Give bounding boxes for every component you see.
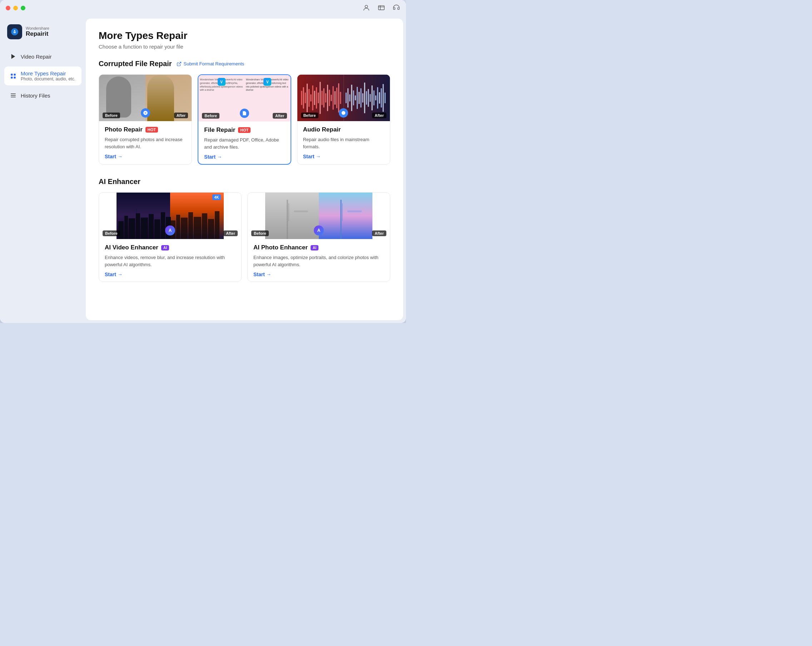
sidebar: Wondershare Repairit Video Repair [0, 16, 86, 323]
audio-repair-center-icon [339, 108, 348, 117]
svg-rect-85 [342, 203, 343, 221]
history-icon [9, 91, 17, 99]
svg-rect-50 [373, 90, 374, 105]
photo-repair-content: Photo Repair HOT Repair corrupted photos… [99, 121, 192, 164]
ai-photo-after-label: After [372, 230, 386, 236]
sidebar-item-history-files[interactable]: History Files [4, 88, 81, 103]
logo-wondershare: Wondershare [26, 26, 49, 30]
svg-rect-3 [11, 74, 12, 75]
photo-repair-card[interactable]: Before After Photo Repair HOT Repair cor… [99, 74, 192, 165]
file-after-label: After [273, 113, 287, 119]
ai-photo-enhancer-card[interactable]: A Before After AI Photo Enhancer AI Enha… [247, 192, 390, 282]
svg-rect-14 [304, 93, 305, 103]
audio-repair-start[interactable]: Start → [303, 154, 384, 159]
svg-rect-4 [14, 74, 16, 75]
main-content: More Types Repair Choose a function to r… [86, 18, 403, 320]
account-icon[interactable] [362, 4, 370, 12]
ai-photo-badge: AI [311, 245, 319, 250]
svg-rect-27 [329, 90, 330, 106]
svg-rect-15 [307, 84, 308, 112]
svg-rect-45 [364, 82, 365, 113]
svg-rect-25 [325, 93, 326, 102]
photo-repair-title: Photo Repair [105, 126, 143, 133]
traffic-lights [6, 6, 25, 11]
svg-rect-38 [351, 85, 352, 111]
ai-photo-start[interactable]: Start → [253, 271, 384, 277]
ai-video-badge: AI [161, 245, 169, 250]
svg-rect-43 [360, 88, 361, 108]
svg-rect-48 [369, 94, 371, 102]
svg-point-0 [365, 5, 368, 8]
file-repair-desc: Repair damaged PDF, Office, Adobe and ar… [204, 137, 284, 151]
sidebar-item-more-types-repair[interactable]: More Types Repair Photo, document, audio… [4, 67, 81, 85]
logo-icon [7, 24, 22, 39]
file-repair-card[interactable]: Wondershare Virbo is a powerful AI video… [198, 74, 291, 165]
chat-icon[interactable] [377, 4, 385, 12]
svg-line-10 [179, 62, 181, 64]
submit-format-link[interactable]: Submit Format Requirements [177, 61, 244, 67]
audio-repair-content: Audio Repair Repair audio files in mains… [298, 121, 390, 164]
svg-rect-30 [334, 91, 335, 105]
svg-rect-86 [347, 210, 362, 212]
svg-rect-31 [336, 88, 337, 108]
photo-after-label: After [174, 113, 188, 118]
section-header-ai: AI Enhancer [99, 178, 390, 186]
file-repair-title: File Repair [204, 126, 235, 134]
file-repair-title-row: File Repair HOT [204, 126, 284, 134]
audio-repair-desc: Repair audio files in mainstream formats… [303, 136, 384, 150]
svg-rect-54 [381, 88, 382, 108]
more-types-icon [9, 72, 17, 80]
ai-photo-center-icon: A [314, 225, 324, 235]
svg-rect-1 [379, 6, 385, 10]
svg-rect-18 [312, 85, 313, 110]
svg-rect-41 [357, 87, 358, 109]
close-button[interactable] [6, 6, 11, 11]
audio-after-label: After [372, 113, 386, 118]
ai-video-enhancer-card[interactable]: 4K A Before After AI Video Enhancer AI [99, 192, 241, 282]
ai-video-image: 4K A Before After [99, 193, 241, 239]
sidebar-item-video-repair[interactable]: Video Repair [4, 49, 81, 64]
photo-repair-desc: Repair corrupted photos and increase res… [105, 136, 186, 150]
video-after-label: After [223, 230, 238, 236]
ai-photo-arrow: → [266, 271, 271, 277]
photo-repair-start-label: Start [105, 154, 116, 159]
audio-repair-arrow: → [316, 154, 321, 159]
titlebar [0, 0, 406, 16]
ai-video-arrow: → [118, 271, 122, 277]
ai-video-start[interactable]: Start → [105, 271, 235, 277]
ai-video-center-icon: A [165, 225, 175, 235]
svg-rect-19 [314, 91, 315, 105]
audio-repair-card[interactable]: Before After Audio Repair Repair audio f… [297, 74, 390, 165]
file-repair-start-label: Start [204, 154, 215, 160]
ai-cards-grid: 4K A Before After AI Video Enhancer AI [99, 192, 390, 282]
audio-repair-title: Audio Repair [303, 126, 341, 133]
file-repair-arrow: → [217, 154, 222, 160]
photo-repair-arrow: → [118, 154, 122, 159]
photo-repair-start[interactable]: Start → [105, 154, 186, 159]
sidebar-more-types-sub: Photo, document, audio, etc. [21, 76, 75, 81]
svg-rect-17 [310, 94, 311, 102]
ai-video-desc: Enhance videos, remove blur, and increas… [105, 254, 235, 268]
photo-hot-badge: HOT [145, 127, 158, 133]
photo-repair-title-row: Photo Repair HOT [105, 126, 186, 133]
minimize-button[interactable] [13, 6, 18, 11]
file-repair-image: Wondershare Virbo is a powerful AI video… [198, 75, 290, 122]
maximize-button[interactable] [21, 6, 25, 11]
svg-rect-6 [14, 76, 16, 78]
file-hot-badge: HOT [238, 127, 250, 133]
svg-rect-37 [349, 94, 350, 102]
corrupted-cards-grid: Before After Photo Repair HOT Repair cor… [99, 74, 390, 165]
svg-text:4K: 4K [214, 195, 220, 200]
audio-repair-image: Before After [298, 75, 390, 121]
support-icon[interactable] [392, 4, 400, 12]
file-repair-start[interactable]: Start → [204, 154, 284, 160]
svg-rect-59 [118, 221, 124, 239]
file-before-label: Before [202, 113, 220, 119]
app-body: Wondershare Repairit Video Repair [0, 16, 406, 323]
ai-video-title-row: AI Video Enhancer AI [105, 244, 235, 251]
ai-photo-start-label: Start [253, 271, 265, 277]
ai-video-start-label: Start [105, 271, 116, 277]
svg-rect-23 [321, 91, 322, 105]
svg-rect-83 [294, 210, 308, 212]
svg-rect-39 [353, 90, 354, 105]
